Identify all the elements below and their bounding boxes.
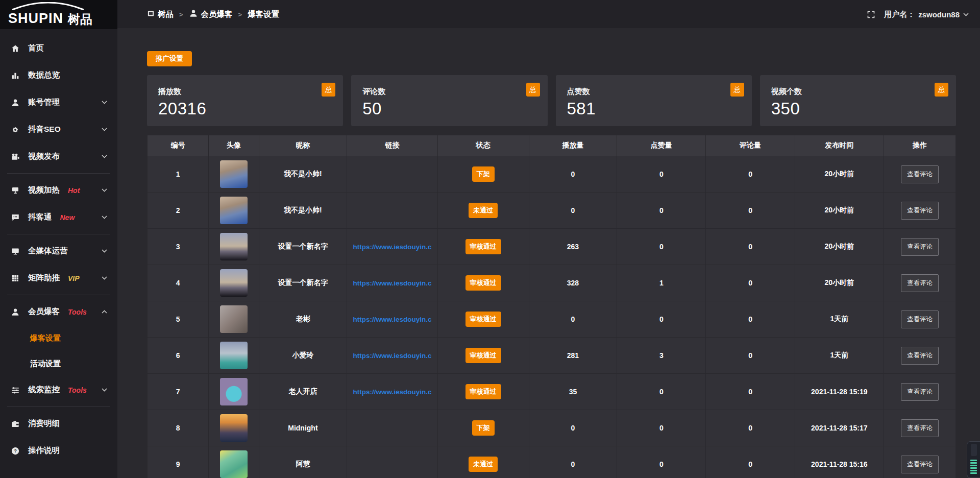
floating-equalizer-widget[interactable] <box>967 441 980 478</box>
cell-link: https://www.iesdouyin.c <box>347 338 437 374</box>
cell-comments: 0 <box>706 410 795 446</box>
video-link[interactable]: https://www.iesdouyin.c <box>353 388 431 396</box>
cell-link <box>347 446 437 478</box>
avatar <box>220 450 248 478</box>
status-badge: 未通过 <box>469 203 498 218</box>
sidebar-item-clue-monitor[interactable]: 线索监控Tools <box>0 376 117 403</box>
view-comments-button[interactable]: 查看评论 <box>901 165 939 183</box>
topbar-right: 用户名：zswodun88 <box>866 9 969 20</box>
cell-status: 审核通过 <box>437 301 529 338</box>
screen-icon <box>10 186 20 195</box>
cell-plays: 0 <box>529 410 617 446</box>
member-icon <box>189 9 198 20</box>
cell-comments: 0 <box>706 265 795 301</box>
cell-link: https://www.iesdouyin.c <box>347 301 437 338</box>
sidebar-item-matrix-boost[interactable]: 矩阵助推VIP <box>0 265 117 292</box>
sidebar-item-label: 会员爆客 <box>28 306 60 317</box>
cell-status: 未通过 <box>437 193 529 229</box>
cell-avatar <box>209 338 259 374</box>
sidebar-item-label: 视频发布 <box>28 151 60 162</box>
cell-publish-time: 2021-11-28 15:19 <box>795 374 884 410</box>
sidebar-item-media-operation[interactable]: 全媒体运营 <box>0 237 117 265</box>
sidebar-subitem-baoke-settings[interactable]: 爆客设置 <box>0 325 117 351</box>
sidebar-item-data-overview[interactable]: 数据总览 <box>0 62 117 89</box>
breadcrumb-item[interactable]: 会员爆客 <box>189 9 233 20</box>
status-badge: 未通过 <box>469 457 498 472</box>
cell-status: 下架 <box>437 156 529 193</box>
status-badge: 审核通过 <box>465 312 501 327</box>
view-comments-button[interactable]: 查看评论 <box>901 274 939 292</box>
video-link[interactable]: https://www.iesdouyin.c <box>353 243 431 251</box>
column-header: 昵称 <box>259 135 347 156</box>
cell-avatar <box>209 301 259 338</box>
view-comments-button[interactable]: 查看评论 <box>901 419 939 437</box>
cell-link <box>347 193 437 229</box>
sidebar-item-home[interactable]: 首页 <box>0 35 117 62</box>
avatar <box>220 414 248 442</box>
sidebar-item-label: 抖客通 <box>28 212 52 223</box>
chart-icon <box>10 71 20 80</box>
cell-publish-time: 2021-11-28 15:16 <box>795 446 884 478</box>
cell-nickname: 阿慧 <box>259 446 347 478</box>
user-menu[interactable]: 用户名：zswodun88 <box>884 10 969 19</box>
sidebar-subitem-activity-settings[interactable]: 活动设置 <box>0 351 117 376</box>
table-row: 1我不是小帅!下架00020小时前查看评论 <box>148 156 956 193</box>
cell-comments: 0 <box>706 374 795 410</box>
table-row: 4设置一个新名字https://www.iesdouyin.c审核通过32810… <box>148 265 956 301</box>
stat-value: 50 <box>362 99 547 118</box>
grid-icon <box>10 274 20 283</box>
view-comments-button[interactable]: 查看评论 <box>901 456 939 473</box>
sidebar-item-douyin-seo[interactable]: 抖音SEO <box>0 116 117 143</box>
view-comments-button[interactable]: 查看评论 <box>901 347 939 365</box>
logo-text-en: SHUPIN <box>8 12 63 26</box>
cell-id: 9 <box>148 446 209 478</box>
view-comments-button[interactable]: 查看评论 <box>901 383 939 401</box>
breadcrumb-item[interactable]: 爆客设置 <box>248 9 279 20</box>
chevron-down-icon <box>963 13 969 16</box>
cell-plays: 0 <box>529 446 617 478</box>
cell-comments: 0 <box>706 446 795 478</box>
wallet-icon <box>10 419 20 428</box>
stat-total-badge: 总 <box>935 83 948 97</box>
cell-nickname: 设置一个新名字 <box>259 265 347 301</box>
sidebar-item-douketong[interactable]: 抖客通New <box>0 204 117 231</box>
stat-card: 点赞数581总 <box>556 75 752 126</box>
cell-likes: 0 <box>617 446 706 478</box>
video-link[interactable]: https://www.iesdouyin.c <box>353 352 431 360</box>
breadcrumb-item[interactable]: 树品 <box>147 9 174 20</box>
cell-actions: 查看评论 <box>884 193 955 229</box>
sidebar-item-video-heat[interactable]: 视频加热Hot <box>0 177 117 204</box>
cell-link: https://www.iesdouyin.c <box>347 229 437 265</box>
cell-link <box>347 410 437 446</box>
cell-avatar <box>209 156 259 193</box>
view-comments-button[interactable]: 查看评论 <box>901 310 939 328</box>
status-badge: 审核通过 <box>465 348 501 363</box>
chevron-down-icon <box>102 216 107 219</box>
view-comments-button[interactable]: 查看评论 <box>901 202 939 220</box>
sidebar-item-label: 矩阵助推 <box>28 273 60 283</box>
sidebar-item-member-baoke[interactable]: 会员爆客Tools <box>0 298 117 325</box>
sidebar-item-operation-guide[interactable]: ?操作说明 <box>0 437 117 464</box>
sidebar-item-account-manage[interactable]: 账号管理 <box>0 89 117 116</box>
cell-comments: 0 <box>706 301 795 338</box>
fullscreen-icon[interactable] <box>866 9 876 20</box>
gear-icon <box>10 125 20 134</box>
avatar <box>220 160 248 188</box>
status-badge: 审核通过 <box>465 384 501 399</box>
chevron-down-icon <box>102 128 107 131</box>
video-link[interactable]: https://www.iesdouyin.c <box>353 279 431 287</box>
stat-total-badge: 总 <box>526 83 540 97</box>
brand-logo[interactable]: SHUPIN 树品 <box>0 0 117 29</box>
video-link[interactable]: https://www.iesdouyin.c <box>353 316 431 323</box>
view-comments-button[interactable]: 查看评论 <box>901 238 939 256</box>
column-header: 编号 <box>148 135 209 156</box>
sidebar-item-video-publish[interactable]: 视频发布 <box>0 143 117 170</box>
cell-status: 审核通过 <box>437 229 529 265</box>
chevron-down-icon <box>102 388 107 392</box>
sidebar-item-consume-detail[interactable]: 消费明细 <box>0 410 117 437</box>
cell-link <box>347 156 437 193</box>
cell-actions: 查看评论 <box>884 156 955 193</box>
promo-settings-button[interactable]: 推广设置 <box>147 51 192 66</box>
cell-id: 2 <box>148 193 209 229</box>
cell-actions: 查看评论 <box>884 446 955 478</box>
